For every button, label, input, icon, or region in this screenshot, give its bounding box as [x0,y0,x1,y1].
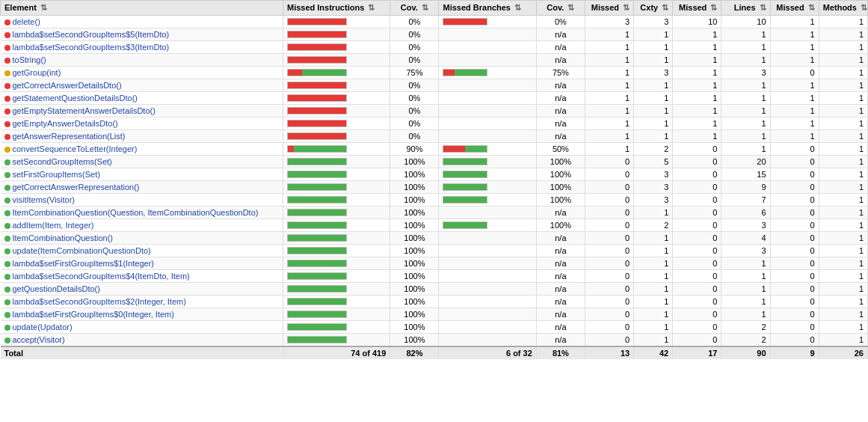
cov2-cell: n/a [536,79,585,92]
cov2-sort-icon: ⇅ [567,3,574,12]
col-missed2[interactable]: Missed ⇅ [673,1,721,16]
cxty-cell: 3 [634,67,673,79]
cov1-cell: 0% [390,117,439,130]
methods-cell: 1 [819,232,867,245]
cov1-cell: 100% [390,321,439,334]
element-link[interactable]: accept(Visitor) [13,335,65,344]
methods-cell: 1 [819,257,867,270]
coverage-dot-icon [4,248,10,254]
footer-row: Total 74 of 419 82% 6 of 32 81% 13 42 17… [1,346,868,359]
element-link[interactable]: setFirstGroupItems(Set) [13,170,100,179]
cxty-cell: 3 [634,168,673,181]
missed-inst-bar-cell [283,28,390,41]
element-link[interactable]: update(ItemCombinationQuestionDto) [13,246,151,255]
missed2-cell: 1 [673,41,721,54]
missed-inst-bar-cell [283,130,390,143]
lines-cell: 10 [721,16,770,28]
col-cov1[interactable]: Cov. ⇅ [390,1,439,16]
element-link[interactable]: ItemCombinationQuestion() [13,233,114,242]
element-link[interactable]: lambda$setSecondGroupItems$2(Integer, It… [13,297,186,306]
missed3-cell: 0 [770,334,819,347]
coverage-dot-icon [4,236,10,242]
col-methods[interactable]: Methods ⇅ [819,1,867,16]
element-link[interactable]: setSecondGroupItems(Set) [13,157,112,166]
missed1-cell: 0 [585,207,633,219]
element-link[interactable]: getStatementQuestionDetailsDto() [13,94,138,103]
col-missed1[interactable]: Missed ⇅ [585,1,633,16]
element-link[interactable]: convertSequenceToLetter(Integer) [13,144,138,153]
coverage-bar [287,145,347,153]
methods-cell: 1 [819,105,867,117]
footer-label: Total [1,346,283,359]
coverage-bar [443,183,487,191]
element-link[interactable]: getCorrectAnswerRepresentation() [13,183,140,192]
element-link[interactable]: getQuestionDetailsDto() [13,284,100,293]
coverage-bar [287,171,347,178]
lines-cell: 4 [721,232,770,245]
cov2-cell: n/a [536,28,585,41]
col-missed-branches[interactable]: Missed Branches ⇅ [439,1,536,16]
element-link[interactable]: getEmptyAnswerDetailsDto() [13,119,118,128]
element-link[interactable]: update(Updator) [13,322,73,331]
coverage-dot-icon [4,210,10,216]
element-link[interactable]: lambda$setFirstGroupItems$0(Integer, Ite… [13,310,174,319]
element-link[interactable]: getEmptyStatementAnswerDetailsDto() [13,106,156,115]
footer-missed1: 13 [585,346,633,359]
missed3-cell: 0 [770,207,819,219]
cov2-cell: n/a [536,334,585,347]
missed-inst-bar-cell [283,143,390,156]
coverage-dot-icon [4,325,10,331]
missed1-cell: 0 [585,181,633,194]
col-cxty[interactable]: Cxty ⇅ [634,1,673,16]
col-element[interactable]: Element ⇅ [1,1,283,16]
missed3-cell: 1 [770,92,819,105]
element-link[interactable]: ItemCombinationQuestion(Question, ItemCo… [13,208,259,217]
element-cell: lambda$setSecondGroupItems$4(ItemDto, It… [1,270,283,283]
lines-cell: 1 [721,296,770,308]
missed-branches-bar-cell [439,207,536,219]
lines-cell: 1 [721,143,770,156]
element-cell: convertSequenceToLetter(Integer) [1,143,283,156]
coverage-bar [443,18,487,25]
element-link[interactable]: lambda$setSecondGroupItems$5(ItemDto) [13,30,170,39]
element-link[interactable]: visitItems(Visitor) [13,195,76,204]
missed1-cell: 1 [585,79,633,92]
missed2-cell: 0 [673,181,721,194]
lines-cell: 6 [721,207,770,219]
element-cell: getEmptyAnswerDetailsDto() [1,117,283,130]
missed-branches-bar-cell [439,219,536,232]
element-link[interactable]: lambda$setSecondGroupItems$3(ItemDto) [13,43,170,52]
table-row: convertSequenceToLetter(Integer)90%50%12… [1,143,868,156]
cov1-cell: 100% [390,194,439,207]
methods-cell: 1 [819,308,867,321]
element-link[interactable]: delete() [13,17,40,26]
cov1-cell: 100% [390,257,439,270]
element-link[interactable]: getGroup(int) [13,68,61,77]
cov1-cell: 100% [390,232,439,245]
element-link[interactable]: toString() [13,55,46,64]
col-cov2[interactable]: Cov. ⇅ [536,1,585,16]
col-lines[interactable]: Lines ⇅ [721,1,770,16]
coverage-table: Element ⇅ Missed Instructions ⇅ Cov. ⇅ M… [0,0,868,359]
coverage-bar [287,132,347,140]
col-missed3[interactable]: Missed ⇅ [770,1,819,16]
coverage-dot-icon [4,172,10,178]
element-link[interactable]: getCorrectAnswerDetailsDto() [13,81,122,90]
cxty-cell: 1 [634,334,673,347]
cov2-cell: n/a [536,245,585,257]
element-link[interactable]: lambda$setFirstGroupItems$1(Integer) [13,259,155,268]
table-row: getEmptyStatementAnswerDetailsDto()0%n/a… [1,105,868,117]
coverage-dot-icon [4,147,10,153]
footer-methods: 26 [819,346,867,359]
missed3-cell: 0 [770,156,819,168]
element-link[interactable]: getAnswerRepresentation(List) [13,132,126,141]
element-link[interactable]: addItem(Item, Integer) [13,221,94,230]
cxty-cell: 1 [634,54,673,67]
element-link[interactable]: lambda$setSecondGroupItems$4(ItemDto, It… [13,272,190,281]
col-missed-inst[interactable]: Missed Instructions ⇅ [283,1,390,16]
missed-branches-bar-cell [439,156,536,168]
missed-branches-bar-cell [439,16,536,28]
table-row: ItemCombinationQuestion()100%n/a010401 [1,232,868,245]
cov2-cell: 100% [536,168,585,181]
methods-cell: 1 [819,117,867,130]
